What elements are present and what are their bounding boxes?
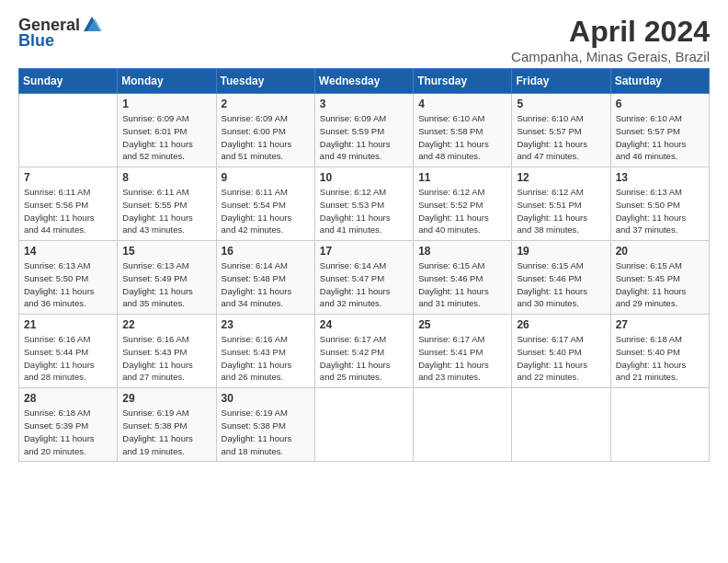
calendar-cell: 8Sunrise: 6:11 AMSunset: 5:55 PMDaylight… [118,167,216,241]
day-info: Sunrise: 6:16 AMSunset: 5:44 PMDaylight:… [24,333,113,384]
day-info: Sunrise: 6:11 AMSunset: 5:54 PMDaylight:… [222,186,311,236]
day-number: 14 [24,245,113,258]
calendar-week-row: 7Sunrise: 6:11 AMSunset: 5:56 PMDaylight… [19,167,710,241]
calendar-cell: 5Sunrise: 6:10 AMSunset: 5:57 PMDaylight… [512,94,610,167]
day-number: 23 [222,318,311,331]
day-info: Sunrise: 6:16 AMSunset: 5:43 PMDaylight:… [222,333,311,384]
calendar-cell: 24Sunrise: 6:17 AMSunset: 5:42 PMDayligh… [314,315,413,388]
calendar-cell: 20Sunrise: 6:15 AMSunset: 5:45 PMDayligh… [610,241,709,315]
day-number: 16 [222,245,311,258]
calendar-cell: 10Sunrise: 6:12 AMSunset: 5:53 PMDayligh… [314,167,413,241]
day-number: 27 [616,318,705,331]
calendar-cell: 9Sunrise: 6:11 AMSunset: 5:54 PMDaylight… [216,167,314,241]
month-title: April 2024 [511,15,710,49]
day-number: 7 [24,171,113,184]
day-info: Sunrise: 6:18 AMSunset: 5:40 PMDaylight:… [616,333,705,384]
day-number: 15 [122,245,211,258]
day-info: Sunrise: 6:14 AMSunset: 5:47 PMDaylight:… [320,259,409,310]
calendar-cell: 28Sunrise: 6:18 AMSunset: 5:39 PMDayligh… [19,388,118,462]
logo-icon [82,15,102,35]
day-info: Sunrise: 6:14 AMSunset: 5:48 PMDaylight:… [222,259,311,310]
day-number: 8 [122,171,211,184]
day-info: Sunrise: 6:15 AMSunset: 5:46 PMDaylight:… [418,259,507,310]
day-info: Sunrise: 6:18 AMSunset: 5:39 PMDaylight:… [24,407,113,457]
calendar-cell: 15Sunrise: 6:13 AMSunset: 5:49 PMDayligh… [118,241,216,315]
calendar-cell [19,94,118,167]
calendar-header-friday: Friday [512,69,610,94]
calendar-cell: 18Sunrise: 6:15 AMSunset: 5:46 PMDayligh… [414,241,512,315]
day-info: Sunrise: 6:11 AMSunset: 5:55 PMDaylight:… [122,186,211,236]
day-number: 12 [517,171,606,184]
calendar-header-sunday: Sunday [19,69,118,94]
calendar-cell: 2Sunrise: 6:09 AMSunset: 6:00 PMDaylight… [216,94,314,167]
calendar-week-row: 28Sunrise: 6:18 AMSunset: 5:39 PMDayligh… [19,388,710,462]
calendar-cell [512,388,610,462]
day-number: 25 [418,318,507,331]
location-title: Campanha, Minas Gerais, Brazil [511,49,710,64]
day-number: 4 [418,98,507,110]
calendar-cell: 17Sunrise: 6:14 AMSunset: 5:47 PMDayligh… [314,241,413,315]
day-info: Sunrise: 6:12 AMSunset: 5:52 PMDaylight:… [418,186,507,236]
day-info: Sunrise: 6:16 AMSunset: 5:43 PMDaylight:… [122,333,211,384]
day-info: Sunrise: 6:11 AMSunset: 5:56 PMDaylight:… [24,186,113,236]
day-info: Sunrise: 6:12 AMSunset: 5:51 PMDaylight:… [517,186,606,236]
day-number: 6 [616,98,705,110]
header: General Blue April 2024 Campanha, Minas … [18,15,710,64]
calendar-cell: 6Sunrise: 6:10 AMSunset: 5:57 PMDaylight… [610,94,709,167]
day-info: Sunrise: 6:09 AMSunset: 5:59 PMDaylight:… [320,112,409,163]
calendar-header-monday: Monday [118,69,216,94]
title-block: April 2024 Campanha, Minas Gerais, Brazi… [511,15,710,64]
logo: General Blue [18,15,102,51]
calendar-cell [610,388,709,462]
calendar-cell: 21Sunrise: 6:16 AMSunset: 5:44 PMDayligh… [19,315,118,388]
calendar-cell: 23Sunrise: 6:16 AMSunset: 5:43 PMDayligh… [216,315,314,388]
day-info: Sunrise: 6:17 AMSunset: 5:42 PMDaylight:… [320,333,409,384]
calendar-cell [314,388,413,462]
day-number: 30 [222,392,311,405]
day-info: Sunrise: 6:19 AMSunset: 5:38 PMDaylight:… [122,407,211,457]
day-number: 9 [222,171,311,184]
calendar-week-row: 14Sunrise: 6:13 AMSunset: 5:50 PMDayligh… [19,241,710,315]
day-number: 3 [320,98,409,110]
day-number: 19 [517,245,606,258]
calendar-cell: 22Sunrise: 6:16 AMSunset: 5:43 PMDayligh… [118,315,216,388]
day-number: 20 [616,245,705,258]
day-info: Sunrise: 6:10 AMSunset: 5:57 PMDaylight:… [616,112,705,163]
day-number: 21 [24,318,113,331]
calendar-cell: 26Sunrise: 6:17 AMSunset: 5:40 PMDayligh… [512,315,610,388]
day-info: Sunrise: 6:15 AMSunset: 5:46 PMDaylight:… [517,259,606,310]
day-info: Sunrise: 6:10 AMSunset: 5:58 PMDaylight:… [418,112,507,163]
page-container: General Blue April 2024 Campanha, Minas … [0,0,728,471]
calendar-cell: 30Sunrise: 6:19 AMSunset: 5:38 PMDayligh… [216,388,314,462]
day-number: 29 [122,392,211,405]
day-info: Sunrise: 6:19 AMSunset: 5:38 PMDaylight:… [222,407,311,457]
day-info: Sunrise: 6:12 AMSunset: 5:53 PMDaylight:… [320,186,409,236]
calendar-cell: 14Sunrise: 6:13 AMSunset: 5:50 PMDayligh… [19,241,118,315]
calendar-header-row: SundayMondayTuesdayWednesdayThursdayFrid… [19,69,710,94]
calendar-cell: 12Sunrise: 6:12 AMSunset: 5:51 PMDayligh… [512,167,610,241]
calendar-cell: 3Sunrise: 6:09 AMSunset: 5:59 PMDaylight… [314,94,413,167]
calendar-cell: 25Sunrise: 6:17 AMSunset: 5:41 PMDayligh… [414,315,512,388]
calendar-cell: 29Sunrise: 6:19 AMSunset: 5:38 PMDayligh… [118,388,216,462]
day-number: 18 [418,245,507,258]
calendar-cell [414,388,512,462]
day-number: 22 [122,318,211,331]
day-number: 11 [418,171,507,184]
calendar-cell: 13Sunrise: 6:13 AMSunset: 5:50 PMDayligh… [610,167,709,241]
day-info: Sunrise: 6:17 AMSunset: 5:40 PMDaylight:… [517,333,606,384]
calendar-header-wednesday: Wednesday [314,69,413,94]
calendar-table: SundayMondayTuesdayWednesdayThursdayFrid… [18,68,710,462]
day-number: 5 [517,98,606,110]
day-info: Sunrise: 6:15 AMSunset: 5:45 PMDaylight:… [616,259,705,310]
day-info: Sunrise: 6:13 AMSunset: 5:50 PMDaylight:… [24,259,113,310]
calendar-cell: 16Sunrise: 6:14 AMSunset: 5:48 PMDayligh… [216,241,314,315]
calendar-week-row: 21Sunrise: 6:16 AMSunset: 5:44 PMDayligh… [19,315,710,388]
day-number: 10 [320,171,409,184]
calendar-cell: 27Sunrise: 6:18 AMSunset: 5:40 PMDayligh… [610,315,709,388]
day-number: 2 [222,98,311,110]
day-number: 13 [616,171,705,184]
calendar-header-tuesday: Tuesday [216,69,314,94]
day-info: Sunrise: 6:13 AMSunset: 5:49 PMDaylight:… [122,259,211,310]
day-number: 28 [24,392,113,405]
calendar-header-saturday: Saturday [610,69,709,94]
